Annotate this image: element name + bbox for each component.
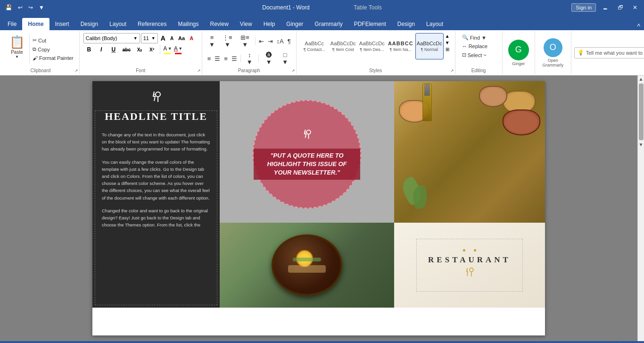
align-left-button[interactable]: ≡	[206, 54, 213, 63]
sort-button[interactable]: ↕A	[275, 37, 285, 46]
tab-pdfelement[interactable]: PDFElement	[348, 18, 392, 30]
tab-review[interactable]: Review	[204, 18, 234, 30]
tab-ginger[interactable]: Ginger	[281, 18, 309, 30]
multilevel-button[interactable]: ⊞≡ ▼	[237, 33, 253, 49]
clipboard-group: 📋 Paste ▼ ✂ Cut ⧉ Copy 🖌	[2, 31, 80, 74]
spice-bowl-3	[503, 109, 540, 135]
tab-grammarly[interactable]: Grammarly	[309, 18, 348, 30]
save-button[interactable]: 💾	[4, 3, 14, 12]
justify-button[interactable]: ☰	[230, 54, 239, 63]
align-center-button[interactable]: ☰	[213, 54, 222, 63]
cut-button[interactable]: ✂ Cut	[31, 36, 75, 44]
document-page-area: ✛ HEADLINE TITLE To	[0, 75, 637, 341]
vertical-scrollbar[interactable]: ▲ ▼	[637, 75, 644, 341]
restore-button[interactable]: 🗗	[615, 3, 626, 12]
select-button[interactable]: ⊡ Select ~	[459, 50, 489, 59]
document-title: Document1 - Word	[262, 4, 309, 11]
tab-design2[interactable]: Design	[392, 18, 421, 30]
tab-layout[interactable]: Layout	[104, 18, 132, 30]
sign-in-button[interactable]: Sign in	[571, 3, 596, 12]
format-painter-icon: 🖌	[33, 55, 38, 61]
tab-references[interactable]: References	[132, 18, 172, 30]
tell-me-bar[interactable]: 💡 Tell me what you want to do	[574, 47, 644, 59]
strikethrough-button[interactable]: abc	[120, 46, 133, 53]
styles-scroll-up-button[interactable]: ▲	[444, 33, 451, 39]
body-text-2[interactable]: You can easily change the overall colors…	[102, 159, 210, 201]
clipboard-label: Clipboard	[2, 68, 79, 73]
font-size-combo[interactable]: 11 ▼	[141, 33, 158, 43]
borders-button[interactable]: □ ▼	[278, 50, 292, 67]
grow-font-button[interactable]: A	[159, 34, 167, 42]
underline-button[interactable]: U	[108, 45, 119, 54]
undo-button[interactable]: ↩	[17, 3, 24, 12]
scroll-up-arrow[interactable]: ▲	[638, 75, 644, 83]
shading-button[interactable]: 🅐 ▼	[261, 50, 277, 67]
tab-file[interactable]: File	[2, 18, 22, 30]
find-icon: 🔍	[462, 34, 469, 41]
clear-format-button[interactable]: A	[188, 35, 195, 42]
style-item-itemname[interactable]: AABBCC ¶ Item Na...	[387, 33, 415, 59]
tab-design[interactable]: Design	[75, 18, 104, 30]
close-button[interactable]: ✕	[630, 3, 640, 12]
numbering-button[interactable]: ⋮≡ ▼	[219, 33, 236, 49]
bullets-button[interactable]: ≡ ▼	[206, 33, 218, 49]
font-color-button[interactable]: A ▼	[173, 45, 183, 52]
italic-button[interactable]: I	[96, 45, 107, 54]
open-grammarly-icon[interactable]: O	[544, 38, 562, 57]
restaurant-fork-knife	[462, 267, 477, 284]
subscript-button[interactable]: X₂	[134, 46, 145, 53]
tab-home[interactable]: Home	[22, 18, 49, 30]
tab-layout2[interactable]: Layout	[421, 18, 449, 30]
show-marks-button[interactable]: ¶	[286, 37, 292, 46]
change-case-button[interactable]: Aa	[176, 35, 187, 42]
scroll-thumb[interactable]	[639, 84, 644, 140]
font-group: Calibri (Body) ▼ 11 ▼ A A Aa A B I U abc…	[80, 31, 202, 74]
clipboard-expander[interactable]: ↗	[74, 68, 78, 73]
text-highlight-button[interactable]: A ▼	[163, 45, 173, 52]
noodle-bowl-visual	[269, 232, 345, 298]
title-bar-right: Sign in 🗕 🗗 ✕	[571, 3, 640, 12]
style-item-itemdes[interactable]: AaBbCcDc ¶ Item Des...	[358, 33, 386, 59]
font-name-combo[interactable]: Calibri (Body) ▼	[83, 33, 140, 43]
line-spacing-button[interactable]: ↕ ▼	[243, 50, 256, 67]
format-painter-button[interactable]: 🖌 Format Painter	[31, 54, 75, 62]
ribbon-content: 📋 Paste ▼ ✂ Cut ⧉ Copy 🖌	[0, 30, 644, 75]
paste-button[interactable]: 📋 Paste ▼	[6, 33, 28, 60]
styles-more-button[interactable]: ⊞	[444, 46, 451, 52]
style-item-normal[interactable]: AaBbCcDc ¶ Normal	[415, 33, 444, 59]
replace-button[interactable]: ↔ Replace	[459, 42, 490, 50]
styles-expander[interactable]: ↗	[450, 68, 454, 73]
editing-group: 🔍 Find ▼ ↔ Replace ⊡ Select ~ Editing	[455, 31, 503, 74]
ginger-icon[interactable]: G	[508, 40, 529, 60]
spice-bowl-2	[479, 86, 507, 107]
copy-button[interactable]: ⧉ Copy	[31, 45, 75, 53]
align-right-button[interactable]: ≡	[223, 54, 229, 63]
superscript-button[interactable]: X²	[146, 46, 157, 53]
paragraph-expander[interactable]: ↗	[291, 68, 295, 73]
cutlery-svg	[149, 91, 164, 106]
scroll-down-arrow[interactable]: ▼	[638, 141, 644, 148]
bold-button[interactable]: B	[83, 45, 95, 54]
font-expander[interactable]: ↗	[197, 68, 201, 73]
styles-scroll-down-button[interactable]: ▼	[444, 40, 451, 46]
tab-view[interactable]: View	[234, 18, 258, 30]
copy-icon: ⧉	[33, 46, 36, 52]
minimize-button[interactable]: 🗕	[600, 3, 611, 12]
highlight-quote[interactable]: "PUT A QUOTE HERE TO HIGHLIGHT THIS ISSU…	[254, 149, 360, 180]
shrink-font-button[interactable]: A	[168, 35, 175, 42]
body-text-3[interactable]: Changed the color and want to go back to…	[102, 207, 210, 229]
middle-column: "PUT A QUOTE HERE TO HIGHLIGHT THIS ISSU…	[220, 81, 394, 308]
customize-qat-button[interactable]: ▼	[37, 3, 46, 12]
tab-mailings[interactable]: Mailings	[172, 18, 204, 30]
tab-help[interactable]: Help	[258, 18, 281, 30]
redo-button[interactable]: ↪	[27, 3, 34, 12]
decrease-indent-button[interactable]: ⇤	[257, 37, 265, 46]
tab-insert[interactable]: Insert	[50, 18, 75, 30]
collapse-ribbon-button[interactable]: ^	[635, 23, 642, 30]
style-item-contact[interactable]: AaBbCc ¶ Contact...	[300, 33, 329, 59]
body-text-1[interactable]: To change any of the text in this docume…	[102, 131, 210, 153]
find-button[interactable]: 🔍 Find ▼	[459, 33, 489, 42]
garnish	[293, 258, 321, 261]
increase-indent-button[interactable]: ⇥	[266, 37, 274, 46]
style-item-itemcost[interactable]: AaBbCcDc ¶ Item Cost	[329, 33, 357, 59]
